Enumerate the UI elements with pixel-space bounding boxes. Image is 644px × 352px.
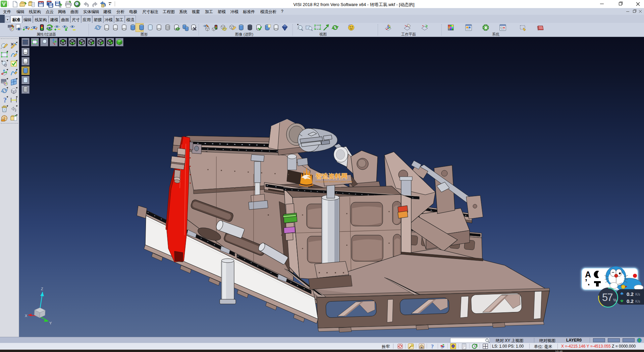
- svg-text:X: X: [25, 314, 28, 318]
- svg-text:0.2: 0.2: [627, 298, 634, 304]
- svg-text:智造资料网: 智造资料网: [315, 173, 347, 180]
- svg-text:K/s: K/s: [635, 293, 640, 296]
- svg-text:?: ?: [431, 344, 434, 349]
- svg-text:57: 57: [602, 292, 612, 303]
- svg-text:INTELLIGENT MANUFACTURING DATA: INTELLIGENT MANUFACTURING DATA: [316, 181, 352, 183]
- svg-text:Z: Z: [41, 287, 43, 291]
- svg-text:V: V: [2, 1, 5, 7]
- svg-text:Y: Y: [49, 321, 52, 325]
- svg-text:%: %: [613, 298, 617, 303]
- svg-text:?: ?: [3, 96, 7, 104]
- svg-text:0.2: 0.2: [627, 291, 634, 297]
- svg-text:K/s: K/s: [635, 300, 640, 303]
